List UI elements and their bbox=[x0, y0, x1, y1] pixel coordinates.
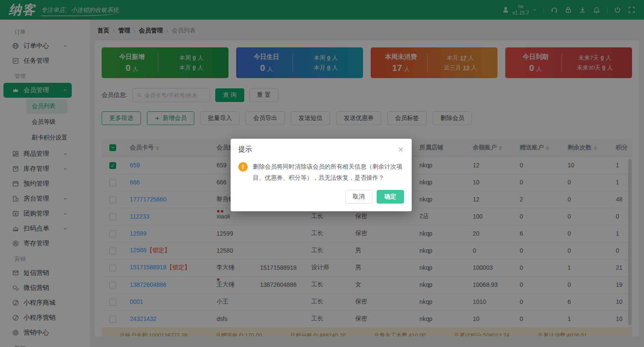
cancel-button[interactable]: 取消 bbox=[345, 190, 372, 204]
warning-icon: ! bbox=[238, 162, 248, 172]
dialog-footer: 取消 确定 bbox=[231, 184, 412, 211]
dialog-title: 提示 bbox=[238, 145, 252, 154]
close-icon[interactable] bbox=[398, 146, 404, 153]
confirm-button[interactable]: 确定 bbox=[377, 190, 404, 204]
dialog-body: ! 删除会员将同时清除该会员的所有相关信息（剩余计次项目、优惠券、积分等），且无… bbox=[231, 156, 412, 184]
dialog-header: 提示 bbox=[231, 139, 412, 156]
dialog-message: 删除会员将同时清除该会员的所有相关信息（剩余计次项目、优惠券、积分等），且无法恢… bbox=[253, 161, 404, 183]
delete-confirm-dialog: 提示 ! 删除会员将同时清除该会员的所有相关信息（剩余计次项目、优惠券、积分等）… bbox=[231, 139, 412, 211]
